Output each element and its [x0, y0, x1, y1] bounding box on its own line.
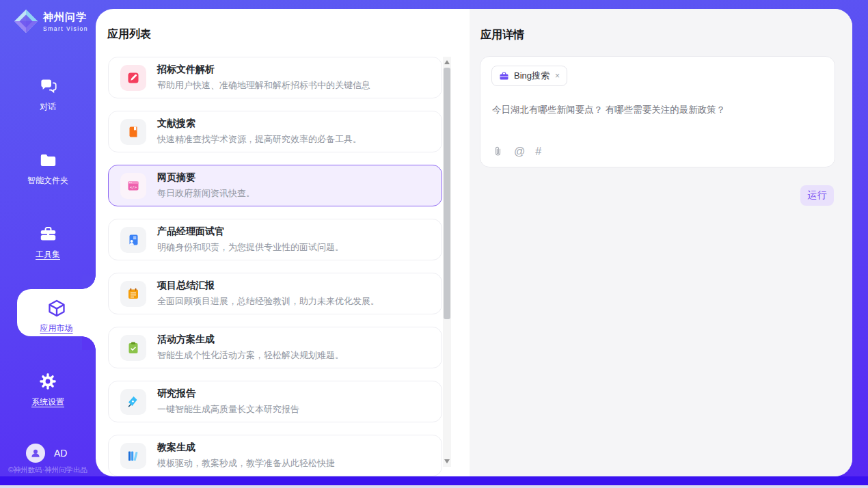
app-card-research-report[interactable]: 研究报告 一键智能生成高质量长文本研究报告	[108, 381, 442, 422]
avatar	[26, 444, 45, 463]
app-logo: 神州问学 Smart Vision	[14, 9, 88, 33]
sidebar-item-label: 工具集	[36, 249, 60, 259]
tool-tag-label: Bing搜索	[514, 70, 550, 82]
user-label: AD	[54, 448, 67, 459]
folder-icon	[39, 151, 57, 170]
app-name: 网页摘要	[157, 172, 255, 184]
app-card-pm-interviewer[interactable]: 产品经理面试官 明确身份和职责，为您提供专业性的面试问题。	[108, 219, 442, 260]
chat-icon	[39, 77, 57, 96]
app-description: 智能生成个性化活动方案，轻松解决规划难题。	[157, 349, 344, 362]
browser-code-icon: </>	[120, 173, 146, 199]
interview-doc-icon	[120, 227, 146, 253]
svg-text:</>: </>	[130, 185, 137, 189]
sidebar-item-smart-folder[interactable]: 智能文件夹	[0, 151, 96, 187]
brand-name: 神州问学	[43, 11, 88, 24]
sidebar-item-label: 系统设置	[31, 397, 64, 407]
app-card-bid-analysis[interactable]: 招标文件解析 帮助用户快速、准确地理解和解析招标书中的关键信息	[108, 57, 442, 98]
app-name: 教案生成	[157, 442, 335, 454]
app-description: 模板驱动，教案秒成，教学准备从此轻松快捷	[157, 457, 335, 470]
app-name: 招标文件解析	[157, 64, 370, 76]
user-account[interactable]: AD	[26, 444, 67, 463]
toolbox-icon	[39, 225, 57, 243]
app-name: 研究报告	[157, 388, 299, 400]
mention-icon[interactable]: @	[514, 146, 525, 157]
app-description: 明确身份和职责，为您提供专业性的面试问题。	[157, 241, 344, 254]
app-name: 产品经理面试官	[157, 226, 344, 238]
sidebar-item-label: 对话	[40, 102, 56, 111]
app-name: 活动方案生成	[157, 334, 344, 346]
app-description: 帮助用户快速、准确地理解和解析招标书中的关键信息	[157, 79, 370, 92]
sidebar-item-label: 应用市场	[40, 323, 73, 333]
hash-icon[interactable]: #	[535, 146, 541, 157]
main-frame: 应用列表 招标文件解析 帮助用户快速、准确地理解和解析招标书中的关键信息	[96, 9, 852, 476]
scroll-down-icon[interactable]	[444, 459, 450, 463]
app-list: 招标文件解析 帮助用户快速、准确地理解和解析招标书中的关键信息 文献搜索 快速精…	[108, 57, 443, 476]
tag-close-icon[interactable]: ×	[555, 71, 560, 81]
app-card-activity-plan[interactable]: 活动方案生成 智能生成个性化活动方案，轻松解决规划难题。	[108, 327, 442, 368]
sidebar-item-settings[interactable]: 系统设置	[0, 372, 96, 408]
app-description: 全面回顾项目进展，总结经验教训，助力未来优化发展。	[157, 295, 379, 308]
active-bubble-curve-bottom	[82, 336, 96, 350]
app-description: 快速精准查找学术资源，提高研究效率的必备工具。	[157, 133, 362, 146]
sidebar-item-toolset[interactable]: 工具集	[0, 225, 96, 260]
edit-square-icon	[120, 65, 146, 91]
app-card-literature-search[interactable]: 文献搜索 快速精准查找学术资源，提高研究效率的必备工具。	[108, 111, 442, 152]
app-card-project-summary[interactable]: 项目总结汇报 全面回顾项目进展，总结经验教训，助力未来优化发展。	[108, 273, 442, 314]
book-icon	[120, 119, 146, 145]
sidebar-item-chat[interactable]: 对话	[0, 77, 96, 113]
app-description: 一键智能生成高质量长文本研究报告	[157, 403, 299, 416]
person-icon	[29, 447, 42, 459]
app-card-lesson-plan[interactable]: 教案生成 模板驱动，教案秒成，教学准备从此轻松快捷	[108, 435, 442, 476]
sidebar: 神州问学 Smart Vision 对话 智能文件夹 工具集	[0, 0, 96, 488]
bottom-edge-strip	[0, 485, 868, 488]
scrollbar-thumb[interactable]	[444, 68, 450, 319]
app-card-web-summary[interactable]: </> 网页摘要 每日政府新闻资讯快查。	[108, 165, 442, 206]
active-bubble-curve-top	[82, 275, 96, 289]
cube-icon	[47, 299, 66, 318]
sidebar-item-label: 智能文件夹	[27, 176, 68, 185]
paperclip-icon[interactable]	[492, 146, 504, 157]
gem-logo-icon	[14, 9, 38, 33]
clipboard-check-icon	[120, 335, 146, 361]
input-toolbar: @ #	[492, 146, 541, 157]
query-input-card[interactable]: Bing搜索 × 今日湖北有哪些新闻要点？ 有哪些需要关注的最新政策？ @ #	[480, 56, 835, 167]
app-name: 项目总结汇报	[157, 280, 379, 292]
query-input[interactable]: 今日湖北有哪些新闻要点？ 有哪些需要关注的最新政策？	[492, 103, 820, 117]
bottom-band	[0, 476, 868, 485]
sidebar-footer-credit: ©神州数码·神州问学出品	[0, 465, 96, 475]
tool-tag-bing-search[interactable]: Bing搜索 ×	[491, 66, 567, 86]
books-icon	[120, 443, 146, 469]
app-description: 每日政府新闻资讯快查。	[157, 187, 255, 200]
gear-icon	[38, 372, 57, 391]
sidebar-item-app-market[interactable]: 应用市场	[17, 299, 96, 334]
briefcase-icon	[499, 71, 509, 81]
scroll-up-icon[interactable]	[444, 60, 450, 64]
research-pen-icon	[120, 389, 146, 415]
app-detail-panel: 应用详情 Bing搜索 × 今日湖北有哪些新闻要点？ 有哪些需要关注的最新政策？…	[470, 9, 852, 476]
report-note-icon	[120, 281, 146, 307]
run-button[interactable]: 运行	[800, 185, 834, 206]
brand-subtitle: Smart Vision	[43, 25, 88, 32]
app-name: 文献搜索	[157, 118, 362, 130]
app-detail-title: 应用详情	[480, 28, 524, 42]
app-list-title: 应用列表	[107, 27, 151, 42]
app-list-scrollbar[interactable]	[443, 57, 451, 467]
